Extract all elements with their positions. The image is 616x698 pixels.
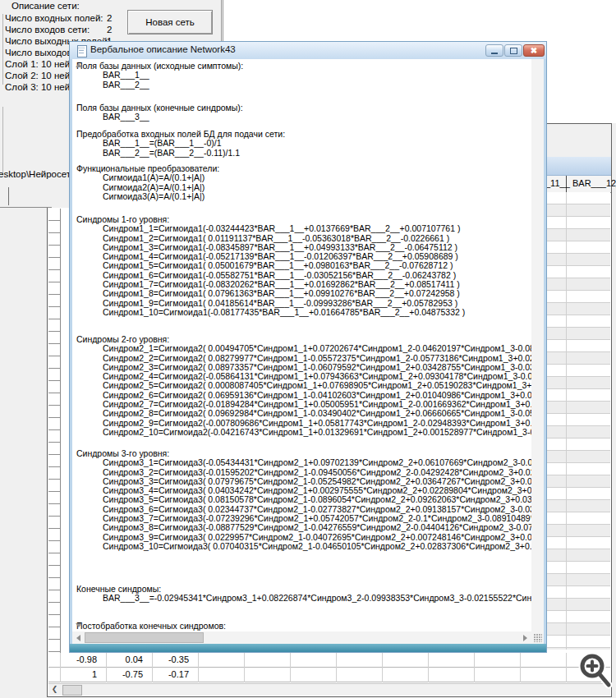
groupbox-border [2, 107, 3, 175]
grid-line [336, 653, 337, 682]
dialog-vertical-scrollbar[interactable] [531, 59, 544, 631]
description-row-label: Число входных полей: [5, 13, 103, 23]
column-header-bar12: BAR___12_ [572, 178, 616, 188]
minimize-icon [491, 53, 498, 54]
description-row-label: Число выходов [5, 48, 72, 57]
formula-line: BAR___3__=-0.02945341*Синдром3_1+0.08226… [76, 594, 531, 603]
formula-line: BAR___1__=(BAR___1__-0)/1 [76, 139, 531, 148]
dialog-title: Вербальное описание Network43 [90, 44, 236, 54]
description-section: Функциональные преобразователи:Сигмоида1… [76, 164, 531, 201]
table-cell: 1 [61, 668, 97, 682]
formula-line: Сигмоида1(A)=A/(0.1+|A|) [76, 173, 531, 182]
grid-vline [566, 192, 567, 650]
panel-bottom-border [0, 207, 52, 208]
document-icon [77, 45, 87, 57]
file-path-label: esktop\Нейросет [0, 169, 71, 179]
bottom-grid: -0.980.04-0.351-0.75-0.17 [48, 653, 610, 682]
close-icon: ✖ [531, 46, 537, 55]
grid-line [48, 682, 610, 682]
table-cell: -0.35 [153, 653, 189, 667]
column-header-11: _11__ [545, 178, 570, 188]
formula-line: Синдром3_10=Сигмоида3( 0.07040315*Синдро… [76, 542, 531, 551]
description-section: Предобработка входных полей БД для подач… [76, 130, 531, 158]
formula-line: Синдром2_10=Сигмоида2(-0.04216743*Синдро… [76, 428, 531, 437]
panel-title: Описание сети: [11, 1, 80, 11]
description-section: Синдромы 2-го уровня:Синдром2_1=Сигмоида… [76, 335, 531, 437]
edit-border-fragment [8, 187, 9, 205]
scroll-down-arrow-icon[interactable] [76, 623, 82, 627]
description-section: Поля базы данных (конечные синдромы):BAR… [76, 103, 531, 122]
sheet-scroll-thumb[interactable] [62, 685, 82, 696]
dialog-content: Поля базы данных (исходные симптомы):BAR… [72, 59, 544, 644]
sheet-scroll-left-arrow[interactable]: ❮ [49, 685, 60, 694]
description-row-label: Слой 1: 10 ней [5, 59, 70, 69]
formula-line: BAR___2__=(BAR___2__-0.11)/1.1 [76, 149, 531, 158]
verbal-description-dialog: Вербальное описание Network43 ✖ Поля баз… [69, 41, 547, 653]
formula-line: BAR___2__ [76, 80, 531, 90]
formula-line: Синдром1_10=Сигмоида1(-0.08177435*BAR___… [76, 308, 531, 317]
formula-line: Синдром2_1=Сигмоида2( 0.00494705*Синдром… [76, 344, 531, 353]
formula-line: Синдром1_1=Сигмоида1(-0.03244423*BAR___1… [76, 224, 531, 233]
formula-line: BAR___3__ [76, 113, 531, 122]
grid-line [244, 653, 245, 682]
grid-rows-right [545, 192, 610, 650]
table-cell: -0.17 [153, 668, 189, 682]
scroll-up-arrow-icon[interactable] [76, 63, 82, 67]
description-row-value: 2 [107, 13, 112, 23]
grid-line [520, 653, 521, 682]
description-row-label: Число входов сети: [5, 25, 90, 34]
grid-line [198, 653, 199, 682]
table-cell: 0.04 [107, 653, 143, 667]
formula-line: Синдром3_8=Сигмоида3(-0.08877529*Синдром… [76, 523, 531, 532]
formula-line: Синдром1_8=Сигмоида1( 0.07961363*BAR___1… [76, 289, 531, 298]
maximize-icon [510, 48, 517, 54]
description-section: Синдромы 3-го уровня:Синдром3_1=Сигмоида… [76, 449, 531, 551]
close-button[interactable]: ✖ [523, 44, 545, 57]
formula-line: Синдром2_8=Сигмоида2( 0.09692984*Синдром… [76, 409, 531, 418]
description-row-label: Слой 3: 10 ней [5, 82, 70, 92]
description-row-label: Слой 2: 10 ней [5, 71, 70, 80]
scroll-right-arrow-icon[interactable] [523, 635, 527, 641]
description-section: Постобработка конечных синдромов:BAR___3… [76, 622, 531, 631]
sheet-horizontal-scrollbar[interactable] [48, 683, 610, 696]
formula-line: Синдром3_1=Сигмоида3(-0.05434431*Синдром… [76, 458, 531, 467]
groupbox-border [2, 14, 3, 85]
description-section: Конечные синдромы:BAR___3__=-0.02945341*… [76, 585, 531, 604]
maximize-button[interactable] [504, 44, 522, 57]
scroll-left-arrow-icon[interactable] [76, 635, 80, 641]
grid-line [382, 653, 383, 682]
table-cell: -0.75 [107, 668, 143, 682]
resize-grip-icon[interactable] [534, 634, 542, 642]
grid-line [474, 653, 475, 682]
dialog-titlebar[interactable]: Вербальное описание Network43 ✖ [70, 42, 546, 59]
zoom-in-magnifier-icon[interactable] [576, 651, 615, 694]
verbal-description-text: Поля базы данных (исходные симптомы):BAR… [76, 59, 531, 631]
table-cell: -0.98 [61, 653, 97, 667]
description-section: Синдромы 1-го уровня:Синдром1_1=Сигмоида… [76, 215, 531, 317]
description-row-value: 2 [107, 25, 112, 34]
new-network-button[interactable]: Новая сеть [127, 10, 213, 34]
description-section: Поля базы данных (исходные симптомы):BAR… [76, 62, 531, 90]
formula-line: Сигмоида3(A)=A/(0.1+|A|) [76, 192, 531, 201]
row-header-column [48, 209, 61, 654]
formula-line: BAR___1__ [76, 71, 531, 80]
dialog-bottom-border [70, 644, 546, 652]
grid-line [290, 653, 291, 682]
horizontal-scroll-thumb[interactable] [85, 632, 204, 643]
grid-line [428, 653, 429, 682]
minimize-button[interactable] [485, 44, 503, 57]
grid-line [566, 653, 567, 682]
